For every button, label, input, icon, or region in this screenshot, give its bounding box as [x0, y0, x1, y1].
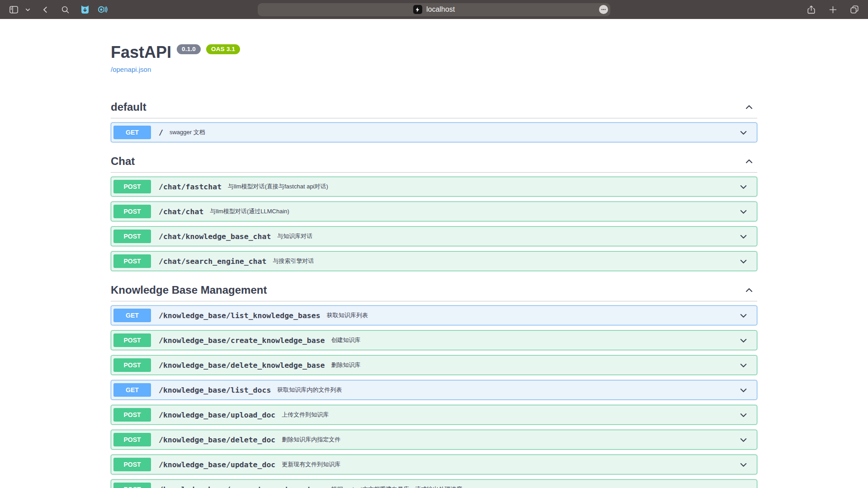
tabs-overview-icon[interactable] [847, 3, 862, 16]
section-header-knowledge-base-management[interactable]: Knowledge Base Management [111, 284, 757, 301]
method-badge: POST [113, 483, 151, 488]
method-badge: POST [113, 458, 151, 471]
endpoint-row[interactable]: POST/knowledge_base/delete_doc删除知识库内指定文件 [111, 430, 757, 450]
section-title: Chat [111, 155, 135, 168]
endpoint-path: /knowledge_base/delete_knowledge_base [159, 361, 325, 370]
method-badge: POST [113, 230, 151, 243]
endpoint-path: /chat/knowledge_base_chat [159, 232, 271, 241]
endpoint-path: / [159, 128, 163, 137]
endpoint-summary: 与搜索引擎对话 [273, 257, 314, 265]
site-favicon [413, 5, 422, 14]
page-title: FastAPI 0.1.0 OAS 3.1 [111, 43, 757, 62]
search-icon[interactable] [58, 3, 72, 16]
endpoint-path: /chat/chat [159, 207, 203, 216]
endpoint-row[interactable]: POST/chat/fastchat与llm模型对话(直接与fastchat a… [111, 177, 757, 197]
sidebar-icon[interactable] [6, 3, 21, 16]
extension-broadcast-star-icon[interactable] [95, 3, 109, 16]
chevron-down-icon[interactable] [24, 3, 32, 16]
endpoint-path: /knowledge_base/delete_doc [159, 436, 275, 444]
chevron-down-icon [738, 310, 749, 321]
chevron-down-icon [738, 206, 749, 217]
endpoint-row[interactable]: GET/swagger 文档 [111, 122, 757, 142]
api-info: FastAPI 0.1.0 OAS 3.1 /openapi.json [111, 43, 757, 74]
endpoint-row[interactable]: GET/knowledge_base/list_knowledge_bases获… [111, 305, 757, 325]
endpoint-path: /knowledge_base/list_docs [159, 386, 271, 394]
method-badge: GET [113, 126, 151, 139]
ellipsis-icon[interactable] [599, 5, 608, 14]
endpoint-summary: swagger 文档 [170, 128, 205, 136]
method-badge: POST [113, 205, 151, 218]
endpoint-path: /knowledge_base/recreate_vector_store [159, 485, 325, 488]
endpoint-summary: 根据content中文档重建向量库，流式输出处理进度。 [331, 485, 468, 488]
chevron-down-icon [738, 410, 749, 420]
api-title-text: FastAPI [111, 43, 171, 62]
api-section-knowledge-base-management: Knowledge Base ManagementGET/knowledge_b… [111, 284, 757, 488]
method-badge: GET [113, 383, 151, 397]
method-badge: POST [113, 254, 151, 268]
endpoint-row[interactable]: POST/knowledge_base/delete_knowledge_bas… [111, 355, 757, 375]
api-section-default: defaultGET/swagger 文档 [111, 101, 757, 142]
endpoint-path: /knowledge_base/upload_doc [159, 411, 275, 419]
endpoint-row[interactable]: POST/knowledge_base/create_knowledge_bas… [111, 330, 757, 350]
chevron-down-icon [738, 256, 749, 267]
endpoint-summary: 删除知识库内指定文件 [282, 436, 340, 444]
endpoint-row[interactable]: POST/chat/search_engine_chat与搜索引擎对话 [111, 251, 757, 271]
version-badge: 0.1.0 [177, 44, 201, 54]
swagger-page: FastAPI 0.1.0 OAS 3.1 /openapi.json defa… [0, 43, 868, 488]
section-header-chat[interactable]: Chat [111, 155, 757, 173]
endpoint-summary: 获取知识库列表 [327, 311, 368, 319]
chevron-down-icon [738, 484, 749, 488]
section-title: default [111, 101, 146, 113]
chevron-down-icon [738, 360, 749, 371]
chevron-down-icon [738, 231, 749, 242]
endpoint-path: /chat/search_engine_chat [159, 257, 266, 266]
method-badge: POST [113, 358, 151, 372]
endpoint-row[interactable]: POST/chat/knowledge_base_chat与知识库对话 [111, 226, 757, 246]
endpoint-summary: 与知识库对话 [277, 232, 312, 240]
endpoint-row[interactable]: POST/knowledge_base/update_doc更新现有文件到知识库 [111, 455, 757, 474]
method-badge: POST [113, 333, 151, 347]
endpoint-row[interactable]: POST/knowledge_base/recreate_vector_stor… [111, 479, 757, 488]
endpoint-row[interactable]: POST/knowledge_base/upload_doc上传文件到知识库 [111, 405, 757, 425]
openapi-spec-link[interactable]: /openapi.json [111, 66, 151, 73]
chevron-down-icon [738, 460, 749, 470]
endpoint-summary: 更新现有文件到知识库 [282, 460, 340, 469]
api-sections: defaultGET/swagger 文档ChatPOST/chat/fastc… [111, 101, 757, 488]
chevron-down-icon [738, 335, 749, 346]
oas-badge: OAS 3.1 [206, 44, 240, 54]
chevron-down-icon [738, 127, 749, 138]
chevron-up-icon[interactable] [741, 102, 757, 113]
extension-shield-download-icon[interactable] [78, 3, 92, 16]
new-tab-icon[interactable] [826, 3, 840, 16]
endpoint-summary: 与llm模型对话(通过LLMChain) [210, 207, 289, 216]
address-bar[interactable]: localhost [258, 3, 610, 16]
section-header-default[interactable]: default [111, 101, 757, 118]
method-badge: GET [113, 309, 151, 322]
endpoint-summary: 获取知识库内的文件列表 [277, 386, 342, 394]
chevron-down-icon [738, 385, 749, 395]
endpoint-summary: 创建知识库 [331, 336, 361, 344]
endpoint-row[interactable]: POST/chat/chat与llm模型对话(通过LLMChain) [111, 202, 757, 221]
endpoint-path: /chat/fastchat [159, 183, 222, 191]
endpoint-summary: 与llm模型对话(直接与fastchat api对话) [228, 183, 328, 191]
section-title: Knowledge Base Management [111, 284, 267, 296]
endpoint-path: /knowledge_base/update_doc [159, 460, 275, 469]
method-badge: POST [113, 180, 151, 193]
api-section-chat: ChatPOST/chat/fastchat与llm模型对话(直接与fastch… [111, 155, 757, 271]
endpoint-path: /knowledge_base/create_knowledge_base [159, 336, 325, 345]
url-text: localhost [426, 5, 455, 14]
endpoint-row[interactable]: GET/knowledge_base/list_docs获取知识库内的文件列表 [111, 380, 757, 400]
method-badge: POST [113, 433, 151, 446]
browser-toolbar: localhost [0, 0, 868, 19]
endpoint-summary: 删除知识库 [331, 361, 361, 369]
back-icon[interactable] [38, 3, 52, 16]
chevron-up-icon[interactable] [741, 285, 757, 296]
share-icon[interactable] [804, 3, 818, 16]
method-badge: POST [113, 408, 151, 422]
endpoint-summary: 上传文件到知识库 [282, 411, 329, 419]
chevron-up-icon[interactable] [741, 156, 757, 167]
chevron-down-icon [738, 435, 749, 445]
chevron-down-icon [738, 182, 749, 192]
endpoint-path: /knowledge_base/list_knowledge_bases [159, 311, 321, 320]
